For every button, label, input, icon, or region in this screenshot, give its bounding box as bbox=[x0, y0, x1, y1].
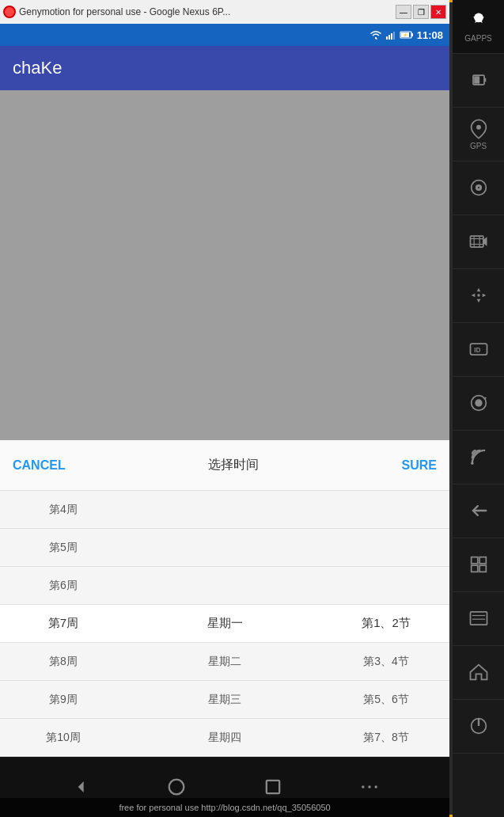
picker-row-8: 第8周 星期二 第3、4节 bbox=[0, 643, 449, 681]
close-button[interactable]: ✕ bbox=[430, 5, 446, 19]
sidebar-item-menu-lines[interactable] bbox=[453, 592, 504, 646]
sidebar-item-record[interactable] bbox=[453, 377, 504, 431]
picker-day-4: 星期四 bbox=[127, 731, 323, 745]
svg-rect-36 bbox=[391, 33, 392, 40]
sidebar-item-gapps[interactable]: GAPPS bbox=[453, 0, 504, 54]
svg-point-22 bbox=[475, 399, 482, 406]
id-sidebar-icon: ID bbox=[468, 338, 490, 360]
svg-marker-16 bbox=[471, 293, 475, 297]
title-bar-buttons: — ❐ ✕ bbox=[396, 5, 446, 19]
home-btn-sidebar-icon bbox=[468, 661, 490, 683]
picker-day-2: 星期二 bbox=[127, 655, 323, 669]
nav-back-icon bbox=[69, 776, 91, 798]
svg-point-46 bbox=[368, 785, 371, 788]
sidebar-item-back[interactable] bbox=[453, 484, 504, 538]
app-title: chaKe bbox=[13, 58, 62, 78]
status-icons: ⚡ 11:08 bbox=[369, 29, 443, 41]
camera-sidebar-icon bbox=[468, 177, 490, 199]
sidebar-item-battery[interactable] bbox=[453, 54, 504, 108]
restore-button[interactable]: ❐ bbox=[413, 5, 429, 19]
svg-rect-26 bbox=[471, 565, 477, 572]
svg-marker-14 bbox=[476, 287, 480, 291]
sidebar-item-rss[interactable] bbox=[453, 431, 504, 484]
svg-marker-15 bbox=[476, 298, 480, 302]
picker-week-8: 第8周 bbox=[0, 655, 127, 669]
title-bar: Genymotion for personal use - Google Nex… bbox=[0, 0, 449, 24]
nav-home-icon bbox=[165, 776, 188, 798]
gapps-label: GAPPS bbox=[464, 34, 491, 43]
picker-row-7-selected[interactable]: 第7周 星期一 第1、2节 bbox=[0, 605, 449, 643]
title-bar-left: Genymotion for personal use - Google Nex… bbox=[3, 6, 230, 18]
picker-period-3: 第5、6节 bbox=[323, 693, 449, 707]
picker-week-4: 第4周 bbox=[0, 503, 127, 517]
genymotion-logo bbox=[3, 6, 16, 18]
sidebar-item-home-btn[interactable] bbox=[453, 646, 504, 700]
svg-rect-39 bbox=[411, 33, 413, 36]
signal-icon bbox=[385, 30, 396, 40]
svg-rect-8 bbox=[470, 236, 483, 247]
battery-sidebar-icon bbox=[468, 69, 490, 91]
svg-point-43 bbox=[169, 780, 184, 795]
svg-rect-35 bbox=[388, 35, 390, 40]
video-sidebar-icon bbox=[468, 230, 490, 253]
svg-rect-25 bbox=[479, 557, 486, 563]
picker-week-9: 第9周 bbox=[0, 693, 127, 707]
back-sidebar-icon bbox=[468, 500, 490, 522]
gapps-icon bbox=[468, 10, 490, 32]
sidebar-item-home-squares[interactable] bbox=[453, 538, 504, 592]
power-sidebar-icon bbox=[468, 715, 490, 737]
nav-recent-icon bbox=[262, 776, 284, 798]
window-title: Genymotion for personal use - Google Nex… bbox=[19, 6, 230, 17]
move-sidebar-icon bbox=[468, 284, 490, 306]
battery-status-icon: ⚡ bbox=[400, 30, 414, 40]
sidebar-item-power[interactable] bbox=[453, 700, 504, 754]
svg-point-47 bbox=[374, 785, 377, 788]
svg-point-4 bbox=[476, 125, 481, 130]
watermark: free for personal use http://blog.csdn.n… bbox=[0, 798, 449, 817]
picker-period-1: 第1、2节 bbox=[323, 616, 449, 631]
picker-week-10: 第10周 bbox=[0, 731, 127, 745]
dialog-sure-button[interactable]: SURE bbox=[402, 458, 437, 473]
picker-row-5: 第5周 bbox=[0, 529, 449, 567]
svg-point-33 bbox=[375, 37, 377, 39]
dialog-title: 选择时间 bbox=[208, 457, 259, 473]
wifi-icon bbox=[369, 30, 382, 40]
record-sidebar-icon bbox=[468, 392, 490, 414]
right-sidebar: GAPPS GPS bbox=[453, 0, 504, 817]
picker-rows: 第4周 第5周 第6周 第7周 星期一 第1、2节 第8周 星期二 bbox=[0, 491, 449, 757]
menu-lines-sidebar-icon bbox=[468, 607, 490, 629]
watermark-text: free for personal use http://blog.csdn.n… bbox=[119, 803, 330, 812]
sidebar-item-gps[interactable]: GPS bbox=[453, 108, 504, 162]
picker-period-4: 第7、8节 bbox=[323, 731, 449, 745]
svg-marker-17 bbox=[482, 293, 486, 297]
svg-rect-3 bbox=[474, 76, 479, 83]
picker-row-4: 第4周 bbox=[0, 491, 449, 529]
picker-row-6: 第6周 bbox=[0, 567, 449, 605]
svg-rect-44 bbox=[267, 781, 279, 793]
dialog-cancel-button[interactable]: CANCEL bbox=[13, 458, 66, 473]
picker-week-7: 第7周 bbox=[0, 616, 127, 631]
sidebar-item-video[interactable] bbox=[453, 215, 504, 269]
sidebar-item-id[interactable]: ID bbox=[453, 323, 504, 377]
picker-week-6: 第6周 bbox=[0, 579, 127, 593]
app-bar: chaKe bbox=[0, 46, 449, 90]
gps-sidebar-icon bbox=[468, 118, 490, 140]
svg-point-7 bbox=[477, 186, 479, 188]
svg-text:ID: ID bbox=[474, 346, 480, 353]
sidebar-item-move[interactable] bbox=[453, 269, 504, 323]
gps-label: GPS bbox=[470, 142, 487, 150]
rss-sidebar-icon bbox=[468, 446, 490, 468]
home-squares-sidebar-icon bbox=[468, 553, 490, 576]
svg-rect-2 bbox=[484, 78, 486, 82]
svg-rect-34 bbox=[386, 36, 388, 40]
sidebar-item-camera[interactable] bbox=[453, 162, 504, 215]
nav-more-icon bbox=[358, 776, 381, 798]
status-time: 11:08 bbox=[417, 29, 443, 41]
android-screen: ⚡ 11:08 chaKe CANCEL 选择时间 SURE 第4周 第5周 bbox=[0, 24, 449, 817]
svg-rect-24 bbox=[471, 557, 477, 563]
picker-row-9: 第9周 星期三 第5、6节 bbox=[0, 681, 449, 719]
picker-week-5: 第5周 bbox=[0, 541, 127, 555]
svg-point-45 bbox=[362, 785, 365, 788]
minimize-button[interactable]: — bbox=[396, 5, 411, 19]
picker-period-2: 第3、4节 bbox=[323, 655, 449, 669]
